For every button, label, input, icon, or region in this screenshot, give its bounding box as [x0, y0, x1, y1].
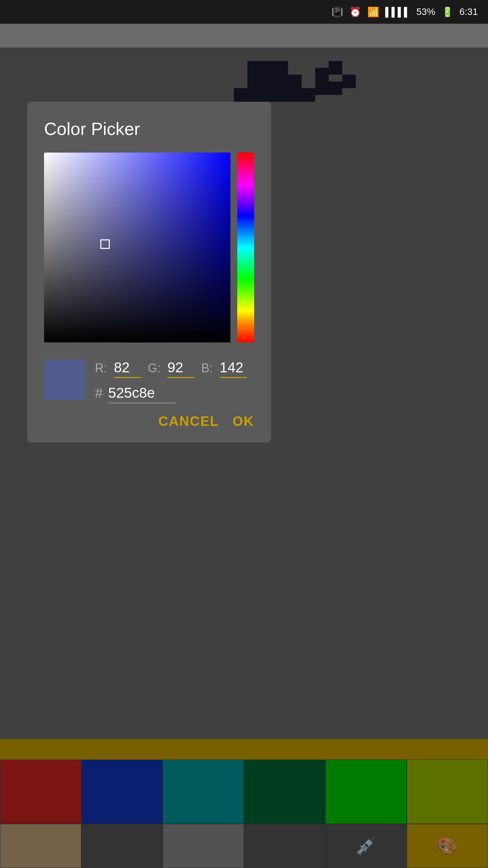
hue-slider[interactable] — [237, 153, 254, 342]
b-value[interactable]: 142 — [220, 359, 247, 378]
canvas-background: 💉 🎨 Color Picker — [0, 24, 488, 868]
hex-row: # 525c8e — [95, 385, 254, 403]
r-value[interactable]: 82 — [114, 359, 141, 378]
b-label: B: — [201, 361, 213, 375]
ok-button[interactable]: OK — [232, 414, 254, 429]
color-picker-dialog: Color Picker R: 82 G: 92 — [27, 102, 271, 442]
r-label: R: — [95, 361, 107, 375]
g-value[interactable]: 92 — [167, 359, 195, 378]
alarm-icon: ⏰ — [349, 6, 361, 18]
battery-icon: 🔋 — [442, 6, 453, 18]
clock-time: 6:31 — [460, 6, 478, 17]
status-bar: 📳 ⏰ 📶 ▌▌▌▌ 53% 🔋 6:31 — [0, 0, 488, 24]
rgb-row: R: 82 G: 92 B: 142 — [95, 359, 254, 378]
g-label: G: — [148, 361, 161, 375]
hex-value[interactable]: 525c8e — [108, 385, 176, 403]
picker-cursor — [100, 239, 110, 249]
color-values-section: R: 82 G: 92 B: 142 # 525c8e — [44, 359, 254, 403]
dialog-overlay: Color Picker R: 82 G: 92 — [0, 47, 488, 868]
battery-percent: 53% — [416, 6, 435, 17]
signal-icon: ▌▌▌▌ — [385, 7, 410, 17]
color-inputs: R: 82 G: 92 B: 142 # 525c8e — [95, 359, 254, 403]
vibrate-icon: 📳 — [331, 6, 343, 18]
color-preview-swatch — [44, 359, 85, 400]
hash-label: # — [95, 385, 103, 401]
color-gradient-picker[interactable] — [44, 153, 230, 342]
dialog-title: Color Picker — [44, 119, 254, 139]
dialog-buttons: CANCEL OK — [44, 414, 254, 429]
cancel-button[interactable]: CANCEL — [158, 414, 219, 429]
wifi-icon: 📶 — [367, 6, 379, 18]
color-picker-area — [44, 153, 254, 342]
